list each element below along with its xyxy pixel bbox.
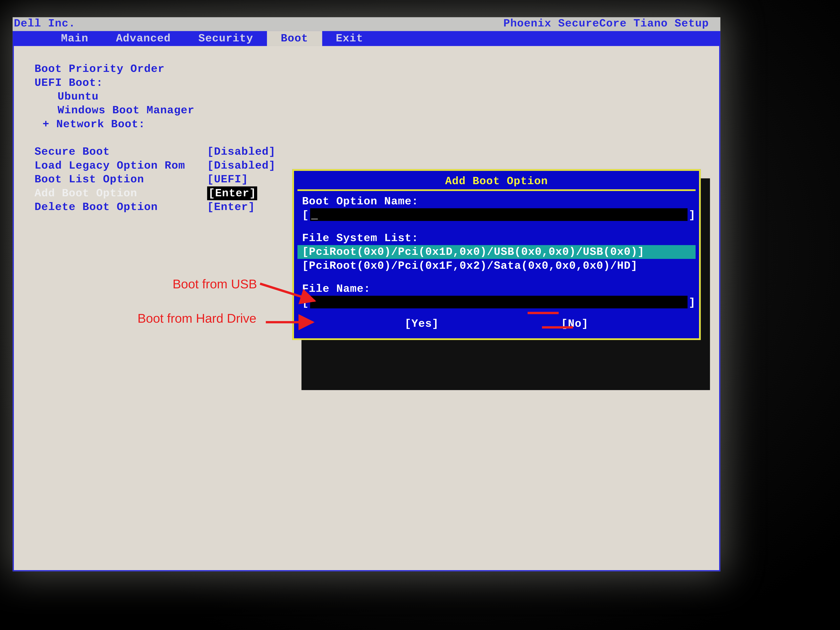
underline-usb [527,312,559,314]
tab-main[interactable]: Main [47,31,102,46]
dialog-title: Add Boot Option [297,173,696,189]
product-label: Phoenix SecureCore Tiano Setup [504,17,720,31]
bios-screen: Dell Inc. Phoenix SecureCore Tiano Setup… [13,17,720,571]
arrow-usb-icon [260,279,329,308]
file-system-list-label: File System List: [297,231,696,245]
boot-item-ubuntu[interactable]: Ubuntu [35,90,709,103]
uefi-boot-label: UEFI Boot: [35,76,709,90]
tab-advanced[interactable]: Advanced [102,31,185,46]
tab-boot[interactable]: Boot [267,31,322,46]
yes-button[interactable]: [Yes] [405,317,439,330]
menu-bar: Main Advanced Security Boot Exit [13,31,720,46]
file-name-label: File Name: [297,282,696,295]
dialog-buttons: [Yes] [No] [297,309,696,330]
boot-item-windows[interactable]: Windows Boot Manager [35,104,709,117]
underline-sata [542,326,573,328]
dialog-rule [297,189,696,191]
boot-priority-heading: Boot Priority Order [35,62,709,76]
svg-line-0 [260,284,315,301]
boot-option-name-label: Boot Option Name: [297,194,696,208]
file-name-field-row: [ ] [297,296,696,309]
boot-option-name-input[interactable]: _ [310,208,688,221]
boot-option-name-field-row: [ _ ] [297,208,696,222]
photo-frame: Dell Inc. Phoenix SecureCore Tiano Setup… [0,0,840,630]
annotation-hdd: Boot from Hard Drive [137,311,256,326]
arrow-hdd-icon [266,316,323,330]
tab-security[interactable]: Security [185,31,267,46]
file-name-input[interactable] [310,296,688,308]
fs-item-usb[interactable]: [PciRoot(0x0)/Pci(0x1D,0x0)/USB(0x0,0x0)… [297,245,696,259]
network-boot-label[interactable]: + Network Boot: [35,117,709,131]
tab-exit[interactable]: Exit [322,31,377,46]
add-boot-option-dialog: Add Boot Option Boot Option Name: [ _ ] … [292,169,701,340]
annotation-usb: Boot from USB [173,277,257,292]
fs-item-sata[interactable]: [PciRoot(0x0)/Pci(0x1F,0x2)/Sata(0x0,0x0… [297,259,696,273]
boot-page: Boot Priority Order UEFI Boot: Ubuntu Wi… [13,46,720,571]
vendor-label: Dell Inc. [13,17,76,31]
setting-secure-boot[interactable]: Secure Boot [Disabled] [35,145,709,159]
brand-bar: Dell Inc. Phoenix SecureCore Tiano Setup [13,17,720,31]
